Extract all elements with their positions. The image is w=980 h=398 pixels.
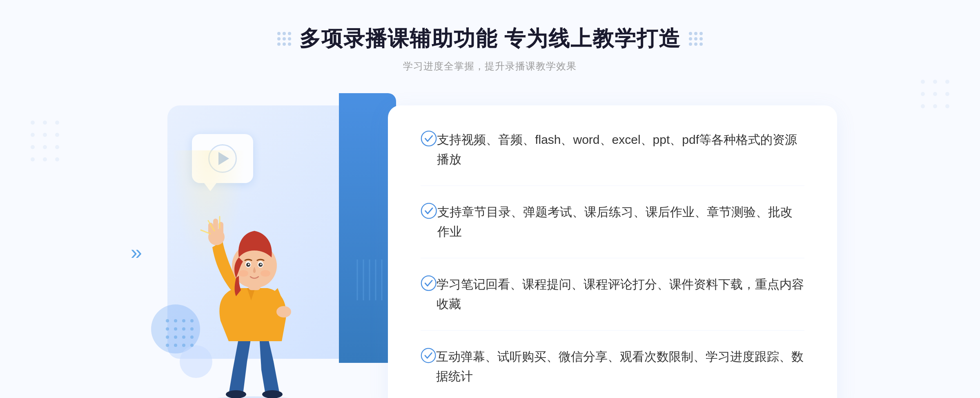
svg-point-69 — [421, 131, 436, 146]
svg-point-20 — [945, 104, 949, 108]
feature-text-4: 互动弹幕、试听购买、微信分享、观看次数限制、学习进度跟踪、数据统计 — [436, 347, 804, 386]
right-deco-dots — [689, 32, 703, 46]
svg-point-1 — [43, 121, 47, 125]
feature-item-3: 学习笔记回看、课程提问、课程评论打分、课件资料下载，重点内容收藏 — [421, 258, 804, 331]
svg-point-2 — [55, 121, 59, 125]
feature-text-1: 支持视频、音频、flash、word、excel、ppt、pdf等各种格式的资源… — [437, 130, 804, 169]
play-icon-circle — [208, 144, 237, 173]
title-row: 多项录播课辅助功能 专为线上教学打造 — [277, 25, 703, 53]
svg-point-9 — [31, 157, 35, 161]
svg-point-14 — [945, 80, 949, 84]
svg-point-72 — [421, 349, 436, 363]
svg-rect-52 — [213, 219, 218, 235]
svg-point-7 — [43, 145, 47, 149]
feature-item-2: 支持章节目录、弹题考试、课后练习、课后作业、章节测验、批改作业 — [421, 186, 804, 258]
feature-text-2: 支持章节目录、弹题考试、课后练习、课后作业、章节测验、批改作业 — [437, 202, 804, 241]
svg-point-70 — [421, 203, 437, 219]
svg-point-4 — [43, 133, 47, 137]
left-arrow-decoration: » — [131, 242, 142, 262]
svg-point-8 — [55, 145, 59, 149]
svg-point-11 — [55, 157, 59, 161]
stripes-decoration — [353, 259, 386, 300]
subtitle: 学习进度全掌握，提升录播课教学效果 — [277, 60, 703, 73]
header-section: 多项录播课辅助功能 专为线上教学打造 学习进度全掌握，提升录播课教学效果 — [277, 25, 703, 73]
check-icon-3 — [421, 275, 437, 292]
svg-point-10 — [43, 157, 47, 161]
svg-point-65 — [261, 270, 270, 277]
main-title: 多项录播课辅助功能 专为线上教学打造 — [299, 25, 681, 53]
check-icon-2 — [421, 202, 437, 219]
svg-point-27 — [166, 319, 169, 322]
svg-point-16 — [933, 92, 937, 96]
page-container: 多项录播课辅助功能 专为线上教学打造 学习进度全掌握，提升录播课教学效果 » — [0, 0, 980, 398]
svg-point-17 — [945, 92, 949, 96]
svg-point-39 — [166, 344, 169, 347]
svg-point-18 — [921, 104, 925, 108]
svg-point-64 — [238, 270, 248, 277]
svg-point-13 — [933, 80, 937, 84]
svg-point-0 — [31, 121, 35, 125]
check-icon-1 — [421, 130, 437, 147]
feature-item-4: 互动弹幕、试听购买、微信分享、观看次数限制、学习进度跟踪、数据统计 — [421, 331, 804, 386]
svg-point-35 — [166, 335, 169, 339]
svg-point-55 — [276, 306, 291, 318]
feature-text-3: 学习笔记回看、课程提问、课程评论打分、课件资料下载，重点内容收藏 — [437, 275, 804, 314]
svg-point-12 — [921, 80, 925, 84]
features-panel: 支持视频、音频、flash、word、excel、ppt、pdf等各种格式的资源… — [388, 105, 837, 398]
feature-item-1: 支持视频、音频、flash、word、excel、ppt、pdf等各种格式的资源… — [421, 130, 804, 186]
svg-point-31 — [166, 327, 169, 331]
svg-point-19 — [933, 104, 937, 108]
play-triangle-icon — [218, 152, 229, 165]
illustration-container: » — [143, 93, 396, 398]
illus-blue-panel — [339, 93, 396, 363]
svg-point-6 — [31, 145, 35, 149]
svg-point-5 — [55, 133, 59, 137]
svg-point-63 — [260, 264, 262, 265]
svg-point-3 — [31, 133, 35, 137]
left-deco-dots — [277, 32, 291, 46]
content-area: » — [143, 93, 837, 398]
svg-point-48 — [200, 396, 306, 398]
svg-point-15 — [921, 92, 925, 96]
svg-point-60 — [248, 264, 249, 265]
svg-point-71 — [421, 276, 436, 291]
person-illustration — [176, 174, 331, 398]
check-icon-4 — [421, 347, 436, 364]
